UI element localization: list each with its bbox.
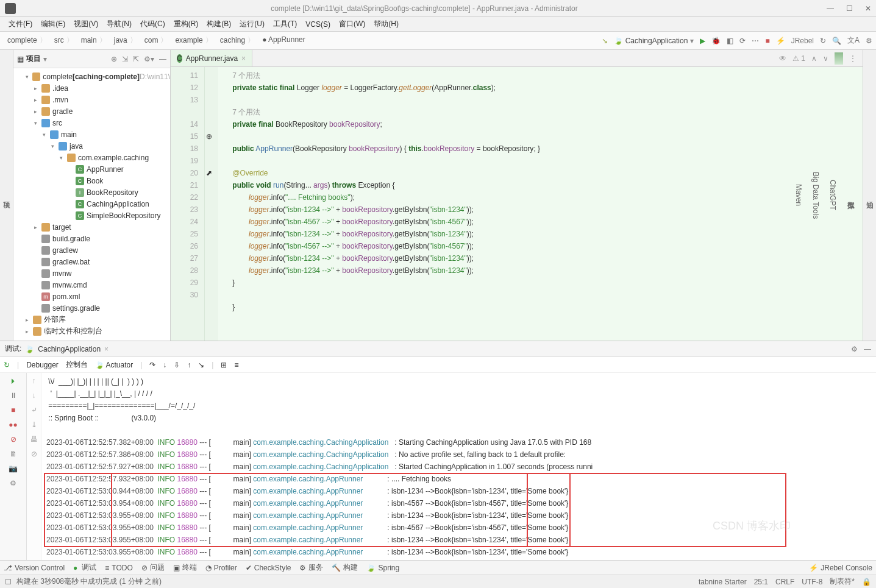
tabnine-badge[interactable]: tabnine Starter (699, 578, 747, 586)
tree-node[interactable]: ▸.mvn (13, 94, 170, 105)
tab-console[interactable]: 控制台 (66, 360, 88, 370)
tool-todo[interactable]: ≡ TODO (105, 564, 132, 572)
resume-icon[interactable]: ⏵ (10, 377, 17, 385)
force-step-icon[interactable]: ⇩ (174, 361, 180, 369)
tool-maven[interactable]: Maven (794, 54, 803, 337)
tree-node[interactable]: ▸临时文件和控制台 (13, 325, 170, 337)
settings-icon[interactable]: ⚙ (851, 345, 858, 353)
update-icon[interactable]: ↻ (820, 37, 826, 45)
nav-down-icon[interactable]: ∨ (823, 54, 828, 63)
menu-item[interactable]: VCS(S) (302, 19, 334, 30)
tree-node[interactable]: mpom.xml (13, 291, 170, 302)
menu-item[interactable]: 视图(V) (70, 18, 102, 30)
hide-icon[interactable]: — (159, 55, 166, 63)
menu-item[interactable]: 导航(N) (103, 18, 135, 30)
step-into-icon[interactable]: ↓ (163, 361, 166, 369)
tab-close-icon[interactable]: × (241, 54, 246, 63)
translate-icon[interactable]: 文A (847, 35, 860, 46)
tool-bigdata[interactable]: Big Data Tools (811, 54, 820, 337)
menu-item[interactable]: 代码(C) (137, 18, 169, 30)
tab-actuator[interactable]: 🍃 Actuator (95, 361, 133, 369)
hide-preview-icon[interactable]: 👁 (779, 54, 786, 63)
breadcrumb[interactable]: src (51, 34, 77, 47)
coverage-icon[interactable]: ◧ (727, 37, 733, 45)
stop-icon[interactable]: ■ (11, 406, 15, 414)
tree-node[interactable]: mvnw.cmd (13, 279, 170, 291)
menu-item[interactable]: 构建(B) (203, 18, 235, 30)
tree-node[interactable]: ▾main (13, 129, 170, 140)
tree-node[interactable]: ▾com.example.caching (13, 152, 170, 163)
tool-services[interactable]: ⚙ 服务 (299, 562, 323, 573)
build-icon[interactable]: ↘ (602, 37, 608, 45)
tool-profiler[interactable]: ◔ Profiler (205, 564, 237, 572)
camera-icon[interactable]: 📷 (9, 464, 18, 473)
select-opened-icon[interactable]: ⊕ (111, 55, 117, 63)
tool-problems[interactable]: ⊘ 问题 (141, 562, 165, 573)
run-icon[interactable]: ▶ (700, 37, 705, 45)
breadcrumb[interactable]: main (77, 34, 110, 47)
tree-node[interactable]: ▾complete [caching-complete] D:\win11\ (13, 71, 170, 82)
project-tree[interactable]: ▾complete [caching-complete] D:\win11\▸.… (13, 68, 170, 341)
collapse-icon[interactable]: ⇱ (133, 55, 139, 63)
tree-node[interactable]: ▾java (13, 140, 170, 152)
tool-project[interactable]: 项目 (1, 54, 12, 337)
code-body[interactable]: 7 个用法 private static final Logger logger… (218, 67, 863, 341)
profile-icon[interactable]: ⟳ (739, 37, 746, 45)
tree-node[interactable]: CSimpleBookRepository (13, 210, 170, 221)
minimize-icon[interactable]: — (827, 4, 834, 13)
tree-node[interactable]: ▾src (13, 117, 170, 129)
attach-icon[interactable]: ⋯ (752, 37, 759, 45)
menu-item[interactable]: 窗口(W) (335, 18, 369, 30)
search-icon[interactable]: 🔍 (832, 37, 841, 45)
tree-node[interactable]: build.gradle (13, 233, 170, 244)
down-icon[interactable]: ↓ (32, 391, 36, 400)
editor-tab[interactable]: C AppRunner.java × (171, 50, 252, 66)
watch-icon[interactable]: ≡ (234, 361, 238, 369)
clear-icon[interactable]: ⊘ (31, 450, 37, 458)
stop-icon[interactable]: ■ (765, 37, 769, 45)
breadcrumb[interactable]: example (171, 34, 216, 47)
tree-node[interactable]: IBookRepository (13, 186, 170, 198)
wrap-icon[interactable]: ⤶ (31, 406, 37, 414)
breadcrumb[interactable]: com (141, 34, 172, 47)
close-icon[interactable]: ✕ (865, 4, 871, 13)
encoding[interactable]: UTF-8 (802, 578, 822, 586)
expand-icon[interactable]: ⇲ (122, 55, 128, 63)
thread-dump-icon[interactable]: 🗎 (10, 450, 17, 458)
line-gutter[interactable]: 11 12 13 14 15 18 19 20 21 22 23 24 25 2… (171, 67, 205, 341)
debug-icon[interactable]: 🐞 (711, 37, 721, 45)
run-to-cursor-icon[interactable]: ↘ (198, 361, 204, 369)
run-config-selector[interactable]: 🍃CachingApplication▾ (614, 37, 694, 45)
tree-node[interactable]: ▸gradle (13, 105, 170, 117)
menu-item[interactable]: 重构(R) (170, 18, 202, 30)
tree-node[interactable]: gradlew.bat (13, 256, 170, 267)
menu-item[interactable]: 运行(U) (236, 18, 268, 30)
pause-icon[interactable]: ⏸ (10, 391, 17, 400)
menu-item[interactable]: 编辑(E) (37, 18, 69, 30)
tool-terminal[interactable]: ▣ 终端 (173, 562, 197, 573)
status-window-icon[interactable]: ☐ (5, 578, 12, 586)
lock-icon[interactable]: 🔒 (862, 578, 871, 586)
up-icon[interactable]: ↑ (32, 377, 36, 385)
console-output[interactable]: \\/ ___)| |_)| | | | | || (_| | ) ) ) ) … (41, 373, 876, 560)
breadcrumb[interactable]: ● AppRunner (258, 34, 312, 47)
tree-node[interactable]: ▸target (13, 221, 170, 233)
breadcrumb[interactable]: java (110, 34, 141, 47)
evaluate-icon[interactable]: ⊞ (221, 361, 227, 369)
breadcrumb[interactable]: complete (4, 34, 51, 47)
print-icon[interactable]: 🖶 (30, 435, 38, 444)
breadcrumb[interactable]: caching (216, 34, 258, 47)
tree-node[interactable]: CAppRunner (13, 163, 170, 175)
settings-icon[interactable]: ⚙ (10, 479, 16, 487)
tree-node[interactable]: gradlew (13, 244, 170, 256)
tool-debug[interactable]: 调试 (73, 562, 96, 573)
cursor-pos[interactable]: 25:1 (754, 578, 768, 586)
tool-spring[interactable]: 🍃 Spring (366, 564, 399, 572)
tool-checkstyle[interactable]: ✔ CheckStyle (246, 564, 291, 572)
tree-node[interactable]: settings.gradle (13, 302, 170, 314)
line-ending[interactable]: CRLF (775, 578, 794, 586)
menu-item[interactable]: 文件(F) (5, 18, 36, 30)
tab-close-icon[interactable]: × (104, 345, 109, 353)
scroll-icon[interactable]: ⤓ (31, 420, 37, 429)
view-breakpoints-icon[interactable]: ●● (9, 420, 18, 429)
